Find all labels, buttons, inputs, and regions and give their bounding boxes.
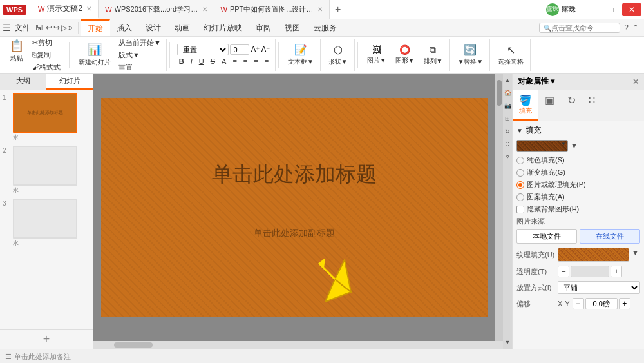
slide-item-2[interactable]: 2 水 — [3, 146, 90, 195]
select-button[interactable]: ↖ 选择套格 — [494, 41, 527, 68]
transparency-slider[interactable] — [571, 266, 609, 277]
align-justify-button[interactable]: ≡ — [262, 57, 271, 66]
slides-tab[interactable]: 幻灯片 — [46, 74, 93, 90]
ribbon-tab-cloud[interactable]: 云服务 — [307, 19, 344, 36]
vtb-btn-8[interactable]: ▼ — [504, 338, 511, 346]
outline-tab[interactable]: 大纲 — [0, 74, 46, 90]
start-from-button[interactable]: 从当前开始▼ — [116, 37, 164, 48]
tab-3[interactable]: W PPT中如何设置图...设计-WPS演示- ✕ — [214, 0, 330, 19]
paste-button[interactable]: 📋 粘贴 — [5, 37, 28, 64]
vtb-btn-2[interactable]: 🏠 — [504, 89, 511, 97]
ribbon-tab-animation[interactable]: 动画 — [168, 19, 197, 36]
font-size-down[interactable]: A⁻ — [261, 45, 270, 54]
transparency-plus-btn[interactable]: + — [611, 266, 622, 277]
qa-save[interactable]: 🖫 — [34, 23, 44, 32]
add-tab-button[interactable]: + — [330, 0, 346, 19]
font-color-button[interactable]: A — [219, 57, 229, 66]
new-slide-button[interactable]: 📊 新建幻灯片 — [75, 41, 115, 68]
tab-2[interactable]: W WPS2016下载...ord学习和分享平台 ✕ — [99, 0, 214, 19]
slide-item-1[interactable]: 1 单击此处添加标题 水 — [3, 93, 90, 142]
reset-button[interactable]: 重置 — [116, 62, 164, 73]
italic-button[interactable]: I — [188, 57, 195, 66]
offset-value-input[interactable] — [585, 298, 618, 309]
fill-section-header[interactable]: ▼ 填充 — [516, 125, 640, 136]
format-painter-button[interactable]: 🖌 格式式 — [30, 62, 63, 73]
slide-subtitle-placeholder[interactable]: 单击此处添加副标题 — [254, 228, 335, 239]
ribbon-tab-insert[interactable]: 插入 — [110, 19, 139, 36]
fill-option-gradient[interactable]: 渐变填充(G) — [516, 168, 640, 177]
fill-color-swatch[interactable] — [516, 140, 568, 152]
notes-placeholder[interactable]: 单击此处添加备注 — [14, 352, 71, 362]
vtb-btn-5[interactable]: ↻ — [504, 128, 511, 135]
shape-button[interactable]: ⬡ 形状▼ — [325, 41, 352, 68]
vtb-btn-7[interactable]: ? — [504, 153, 511, 161]
circle-btn[interactable]: ⭕ 图形▼ — [392, 41, 419, 68]
texture-preview[interactable] — [558, 248, 629, 262]
align-center-button[interactable]: ≡ — [241, 57, 250, 66]
horizontal-scrollbar[interactable] — [93, 341, 503, 349]
search-input[interactable] — [551, 24, 616, 32]
fill-tab[interactable]: 🪣 填充 — [513, 90, 538, 121]
qa-play[interactable]: ▷ — [61, 23, 67, 32]
help-btn[interactable]: ? — [624, 23, 629, 32]
fill-option-none[interactable]: 纯色填充(S) — [516, 155, 640, 165]
offset-minus-btn[interactable]: − — [573, 298, 584, 309]
bold-button[interactable]: B — [176, 57, 187, 66]
font-size-up[interactable]: A⁺ — [251, 45, 260, 54]
slide-thumbnail-2[interactable] — [13, 146, 77, 186]
tab-close-1[interactable]: ✕ — [86, 5, 91, 12]
ribbon-tab-review[interactable]: 审阅 — [249, 19, 278, 36]
copy-button[interactable]: ⎘ 复制 — [30, 50, 63, 61]
minimize-button[interactable]: — — [581, 3, 600, 16]
radio-none[interactable] — [516, 157, 524, 164]
ribbon-minimize-btn[interactable]: ⌃ — [632, 23, 639, 32]
panel-close-button[interactable]: ✕ — [632, 77, 639, 86]
font-size-input[interactable] — [230, 44, 249, 55]
tab-close-2[interactable]: ✕ — [202, 6, 207, 13]
hide-background-checkbox[interactable] — [516, 206, 524, 213]
radio-pattern[interactable] — [516, 193, 524, 201]
textbox-button[interactable]: 📝 文本框▼ — [284, 41, 317, 68]
qa-undo[interactable]: ↩ — [46, 23, 52, 32]
fill-color-dropdown[interactable]: ▼ — [571, 142, 578, 150]
slide-item-3[interactable]: 3 水 — [3, 199, 90, 248]
ribbon-tab-view[interactable]: 视图 — [278, 19, 307, 36]
add-slide-button[interactable]: + — [0, 329, 93, 349]
underline-button[interactable]: U — [196, 57, 207, 66]
tab-active[interactable]: W 演示文稿2 ✕ — [32, 0, 99, 19]
vertical-scrollbar[interactable] — [495, 74, 503, 341]
font-name-select[interactable]: 重置 — [177, 44, 229, 55]
qa-more[interactable]: » — [68, 23, 73, 32]
file-menu[interactable]: 文件 — [12, 23, 33, 34]
offset-plus-btn[interactable]: + — [619, 298, 630, 309]
arrange-button[interactable]: ⧉ 排列▼ — [420, 41, 447, 68]
strikethrough-button[interactable]: S — [208, 57, 218, 66]
command-search[interactable]: 🔍 — [539, 23, 620, 33]
replace-button[interactable]: 🔄 ▼替换▼ — [453, 41, 487, 68]
local-file-button[interactable]: 本地文件 — [516, 229, 577, 244]
close-button[interactable]: ✕ — [622, 3, 641, 16]
ribbon-tab-start[interactable]: 开始 — [81, 19, 110, 36]
maximize-button[interactable]: □ — [601, 3, 621, 16]
fill-option-pattern[interactable]: 图案填充(A) — [516, 192, 640, 202]
ribbon-tab-slideshow[interactable]: 幻灯片放映 — [197, 19, 249, 36]
online-file-button[interactable]: 在线文件 — [580, 229, 640, 244]
placement-select[interactable]: 平铺 拉伸 居中 — [558, 281, 640, 294]
align-left-button[interactable]: ≡ — [230, 57, 239, 66]
slide-thumbnail-3[interactable] — [13, 199, 77, 239]
slide-content[interactable]: 单击此处添加标题 单击此处添加副标题 — [101, 98, 488, 317]
cut-button[interactable]: ✂ 剪切 — [30, 37, 63, 48]
menu-icon[interactable]: ☰ — [3, 23, 11, 33]
ribbon-tab-design[interactable]: 设计 — [139, 19, 168, 36]
slide-thumbnail-1[interactable]: 单击此处添加标题 — [13, 93, 77, 133]
scrollbar-thumb[interactable] — [497, 80, 502, 106]
stroke-tab[interactable]: ▣ — [538, 90, 561, 121]
radio-picture[interactable] — [516, 181, 524, 189]
h-scrollbar-thumb[interactable] — [114, 342, 153, 348]
vtb-btn-1[interactable]: ▲ — [504, 76, 511, 84]
vtb-btn-4[interactable]: ⊞ — [504, 115, 511, 123]
layout-button[interactable]: 版式▼ — [116, 50, 164, 61]
align-right-button[interactable]: ≡ — [251, 57, 260, 66]
transparency-minus-btn[interactable]: − — [558, 266, 569, 277]
vtb-btn-6[interactable]: ∷ — [504, 141, 511, 148]
